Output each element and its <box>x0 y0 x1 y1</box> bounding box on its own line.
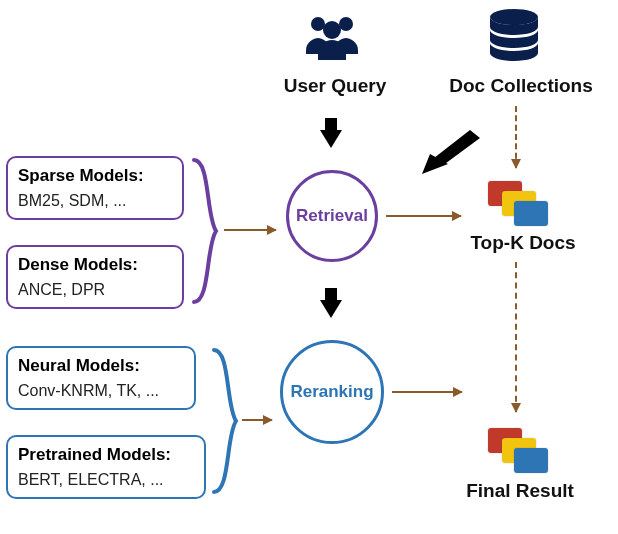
svg-point-0 <box>311 17 325 31</box>
dashed-arrow-icon <box>515 106 517 168</box>
thin-arrow-icon <box>386 215 461 217</box>
doc-stack-icon <box>480 422 550 472</box>
people-icon <box>300 10 364 60</box>
final-result-label: Final Result <box>460 480 580 502</box>
neural-models-box: Neural Models: Conv-KNRM, TK, ... <box>6 346 196 410</box>
pretrained-models-box: Pretrained Models: BERT, ELECTRA, ... <box>6 435 206 499</box>
arrow-down-icon <box>320 300 342 318</box>
retrieval-label: Retrieval <box>296 206 368 226</box>
neural-models-title: Neural Models: <box>18 356 184 376</box>
dashed-arrow-icon <box>515 262 517 412</box>
svg-point-2 <box>323 21 341 39</box>
dense-models-box: Dense Models: ANCE, DPR <box>6 245 184 309</box>
pretrained-models-title: Pretrained Models: <box>18 445 194 465</box>
thin-arrow-icon <box>242 419 272 421</box>
doc-collections-label: Doc Collections <box>446 75 596 97</box>
neural-models-items: Conv-KNRM, TK, ... <box>18 382 184 400</box>
pretrained-models-items: BERT, ELECTRA, ... <box>18 471 194 489</box>
thin-arrow-icon <box>392 391 462 393</box>
svg-point-3 <box>490 9 538 25</box>
topk-label: Top-K Docs <box>463 232 583 254</box>
sparse-models-box: Sparse Models: BM25, SDM, ... <box>6 156 184 220</box>
sparse-models-items: BM25, SDM, ... <box>18 192 172 210</box>
brace-icon <box>186 156 226 310</box>
user-query-label: User Query <box>280 75 390 97</box>
database-icon <box>485 8 543 68</box>
reranking-node: Reranking <box>280 340 384 444</box>
diagram-canvas: User Query Doc Collections Retrieval Top… <box>0 0 618 534</box>
dense-models-items: ANCE, DPR <box>18 281 172 299</box>
retrieval-node: Retrieval <box>286 170 378 262</box>
dense-models-title: Dense Models: <box>18 255 172 275</box>
arrow-down-icon <box>320 130 342 148</box>
sparse-models-title: Sparse Models: <box>18 166 172 186</box>
reranking-label: Reranking <box>290 382 373 402</box>
brace-icon <box>206 346 246 500</box>
thin-arrow-icon <box>224 229 276 231</box>
svg-point-1 <box>339 17 353 31</box>
doc-stack-icon <box>480 175 550 225</box>
arrow-diagonal-icon <box>400 128 490 182</box>
